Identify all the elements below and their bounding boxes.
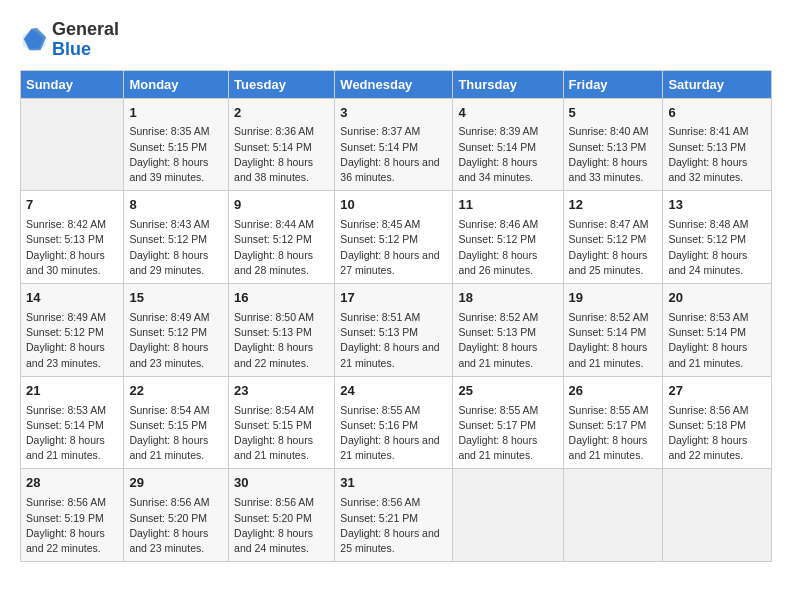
cell-content: Sunrise: 8:46 AMSunset: 5:12 PMDaylight:… xyxy=(458,217,557,278)
logo: General Blue xyxy=(20,20,119,60)
day-number: 25 xyxy=(458,382,557,401)
calendar-cell xyxy=(563,469,663,562)
cell-content: Sunrise: 8:45 AMSunset: 5:12 PMDaylight:… xyxy=(340,217,447,278)
cell-content: Sunrise: 8:49 AMSunset: 5:12 PMDaylight:… xyxy=(26,310,118,371)
cell-content: Sunrise: 8:43 AMSunset: 5:12 PMDaylight:… xyxy=(129,217,223,278)
calendar-cell: 21Sunrise: 8:53 AMSunset: 5:14 PMDayligh… xyxy=(21,376,124,469)
calendar-cell: 29Sunrise: 8:56 AMSunset: 5:20 PMDayligh… xyxy=(124,469,229,562)
cell-content: Sunrise: 8:54 AMSunset: 5:15 PMDaylight:… xyxy=(129,403,223,464)
cell-content: Sunrise: 8:39 AMSunset: 5:14 PMDaylight:… xyxy=(458,124,557,185)
day-number: 8 xyxy=(129,196,223,215)
logo-text: General Blue xyxy=(52,20,119,60)
calendar-cell: 14Sunrise: 8:49 AMSunset: 5:12 PMDayligh… xyxy=(21,284,124,377)
calendar-cell: 22Sunrise: 8:54 AMSunset: 5:15 PMDayligh… xyxy=(124,376,229,469)
calendar-cell: 28Sunrise: 8:56 AMSunset: 5:19 PMDayligh… xyxy=(21,469,124,562)
day-number: 17 xyxy=(340,289,447,308)
calendar-cell: 4Sunrise: 8:39 AMSunset: 5:14 PMDaylight… xyxy=(453,98,563,191)
cell-content: Sunrise: 8:47 AMSunset: 5:12 PMDaylight:… xyxy=(569,217,658,278)
calendar-cell: 27Sunrise: 8:56 AMSunset: 5:18 PMDayligh… xyxy=(663,376,772,469)
day-number: 30 xyxy=(234,474,329,493)
cell-content: Sunrise: 8:44 AMSunset: 5:12 PMDaylight:… xyxy=(234,217,329,278)
calendar-cell: 17Sunrise: 8:51 AMSunset: 5:13 PMDayligh… xyxy=(335,284,453,377)
cell-content: Sunrise: 8:40 AMSunset: 5:13 PMDaylight:… xyxy=(569,124,658,185)
weekday-header-friday: Friday xyxy=(563,70,663,98)
calendar-cell: 9Sunrise: 8:44 AMSunset: 5:12 PMDaylight… xyxy=(229,191,335,284)
cell-content: Sunrise: 8:42 AMSunset: 5:13 PMDaylight:… xyxy=(26,217,118,278)
day-number: 28 xyxy=(26,474,118,493)
day-number: 2 xyxy=(234,104,329,123)
cell-content: Sunrise: 8:35 AMSunset: 5:15 PMDaylight:… xyxy=(129,124,223,185)
day-number: 20 xyxy=(668,289,766,308)
day-number: 6 xyxy=(668,104,766,123)
cell-content: Sunrise: 8:56 AMSunset: 5:19 PMDaylight:… xyxy=(26,495,118,556)
calendar-cell: 7Sunrise: 8:42 AMSunset: 5:13 PMDaylight… xyxy=(21,191,124,284)
calendar-cell xyxy=(663,469,772,562)
cell-content: Sunrise: 8:37 AMSunset: 5:14 PMDaylight:… xyxy=(340,124,447,185)
calendar-cell: 31Sunrise: 8:56 AMSunset: 5:21 PMDayligh… xyxy=(335,469,453,562)
day-number: 14 xyxy=(26,289,118,308)
calendar-cell: 11Sunrise: 8:46 AMSunset: 5:12 PMDayligh… xyxy=(453,191,563,284)
cell-content: Sunrise: 8:41 AMSunset: 5:13 PMDaylight:… xyxy=(668,124,766,185)
calendar-cell: 8Sunrise: 8:43 AMSunset: 5:12 PMDaylight… xyxy=(124,191,229,284)
calendar-cell xyxy=(21,98,124,191)
calendar-cell: 3Sunrise: 8:37 AMSunset: 5:14 PMDaylight… xyxy=(335,98,453,191)
day-number: 23 xyxy=(234,382,329,401)
cell-content: Sunrise: 8:56 AMSunset: 5:20 PMDaylight:… xyxy=(234,495,329,556)
calendar-cell: 12Sunrise: 8:47 AMSunset: 5:12 PMDayligh… xyxy=(563,191,663,284)
calendar-cell: 5Sunrise: 8:40 AMSunset: 5:13 PMDaylight… xyxy=(563,98,663,191)
calendar-cell: 16Sunrise: 8:50 AMSunset: 5:13 PMDayligh… xyxy=(229,284,335,377)
calendar-cell: 24Sunrise: 8:55 AMSunset: 5:16 PMDayligh… xyxy=(335,376,453,469)
cell-content: Sunrise: 8:52 AMSunset: 5:13 PMDaylight:… xyxy=(458,310,557,371)
weekday-header-saturday: Saturday xyxy=(663,70,772,98)
cell-content: Sunrise: 8:51 AMSunset: 5:13 PMDaylight:… xyxy=(340,310,447,371)
weekday-header-sunday: Sunday xyxy=(21,70,124,98)
calendar-cell: 10Sunrise: 8:45 AMSunset: 5:12 PMDayligh… xyxy=(335,191,453,284)
cell-content: Sunrise: 8:52 AMSunset: 5:14 PMDaylight:… xyxy=(569,310,658,371)
calendar-cell: 23Sunrise: 8:54 AMSunset: 5:15 PMDayligh… xyxy=(229,376,335,469)
cell-content: Sunrise: 8:56 AMSunset: 5:21 PMDaylight:… xyxy=(340,495,447,556)
day-number: 16 xyxy=(234,289,329,308)
cell-content: Sunrise: 8:56 AMSunset: 5:20 PMDaylight:… xyxy=(129,495,223,556)
day-number: 5 xyxy=(569,104,658,123)
day-number: 1 xyxy=(129,104,223,123)
day-number: 10 xyxy=(340,196,447,215)
cell-content: Sunrise: 8:55 AMSunset: 5:16 PMDaylight:… xyxy=(340,403,447,464)
cell-content: Sunrise: 8:49 AMSunset: 5:12 PMDaylight:… xyxy=(129,310,223,371)
day-number: 19 xyxy=(569,289,658,308)
cell-content: Sunrise: 8:53 AMSunset: 5:14 PMDaylight:… xyxy=(26,403,118,464)
day-number: 26 xyxy=(569,382,658,401)
day-number: 11 xyxy=(458,196,557,215)
day-number: 9 xyxy=(234,196,329,215)
calendar-cell: 26Sunrise: 8:55 AMSunset: 5:17 PMDayligh… xyxy=(563,376,663,469)
cell-content: Sunrise: 8:54 AMSunset: 5:15 PMDaylight:… xyxy=(234,403,329,464)
page-header: General Blue xyxy=(20,20,772,60)
calendar-cell: 19Sunrise: 8:52 AMSunset: 5:14 PMDayligh… xyxy=(563,284,663,377)
calendar-table: SundayMondayTuesdayWednesdayThursdayFrid… xyxy=(20,70,772,563)
calendar-cell: 2Sunrise: 8:36 AMSunset: 5:14 PMDaylight… xyxy=(229,98,335,191)
cell-content: Sunrise: 8:36 AMSunset: 5:14 PMDaylight:… xyxy=(234,124,329,185)
day-number: 18 xyxy=(458,289,557,308)
day-number: 13 xyxy=(668,196,766,215)
day-number: 7 xyxy=(26,196,118,215)
calendar-cell: 13Sunrise: 8:48 AMSunset: 5:12 PMDayligh… xyxy=(663,191,772,284)
calendar-cell xyxy=(453,469,563,562)
day-number: 15 xyxy=(129,289,223,308)
day-number: 27 xyxy=(668,382,766,401)
weekday-header-monday: Monday xyxy=(124,70,229,98)
day-number: 31 xyxy=(340,474,447,493)
calendar-cell: 15Sunrise: 8:49 AMSunset: 5:12 PMDayligh… xyxy=(124,284,229,377)
cell-content: Sunrise: 8:50 AMSunset: 5:13 PMDaylight:… xyxy=(234,310,329,371)
cell-content: Sunrise: 8:55 AMSunset: 5:17 PMDaylight:… xyxy=(569,403,658,464)
logo-icon xyxy=(20,26,48,54)
cell-content: Sunrise: 8:56 AMSunset: 5:18 PMDaylight:… xyxy=(668,403,766,464)
day-number: 22 xyxy=(129,382,223,401)
cell-content: Sunrise: 8:48 AMSunset: 5:12 PMDaylight:… xyxy=(668,217,766,278)
calendar-cell: 25Sunrise: 8:55 AMSunset: 5:17 PMDayligh… xyxy=(453,376,563,469)
day-number: 12 xyxy=(569,196,658,215)
day-number: 24 xyxy=(340,382,447,401)
weekday-header-thursday: Thursday xyxy=(453,70,563,98)
weekday-header-tuesday: Tuesday xyxy=(229,70,335,98)
cell-content: Sunrise: 8:53 AMSunset: 5:14 PMDaylight:… xyxy=(668,310,766,371)
day-number: 21 xyxy=(26,382,118,401)
day-number: 29 xyxy=(129,474,223,493)
